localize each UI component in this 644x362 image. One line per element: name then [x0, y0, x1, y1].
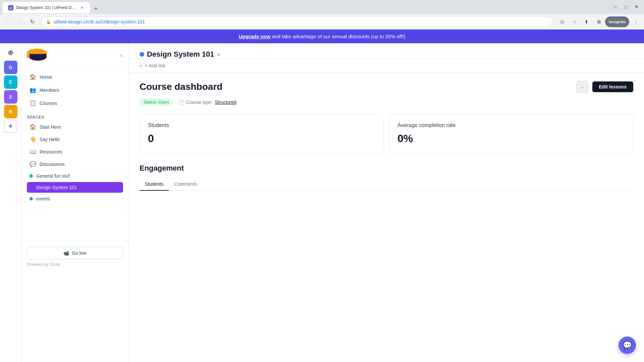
space-item-label: General fun stuf — [36, 173, 70, 179]
rail-item-c[interactable]: C — [4, 75, 17, 89]
space-item-label: Design System 101 — [36, 185, 77, 190]
download-icon[interactable]: ⬇ — [581, 16, 592, 27]
space-item-events[interactable]: events — [27, 193, 123, 204]
students-value: 0 — [148, 132, 375, 145]
minimize-button[interactable]: ─ — [610, 2, 620, 11]
lock-icon: 🔒 — [46, 19, 51, 24]
completion-card: Average completion rate 0% — [389, 114, 633, 153]
courses-icon: 📋 — [30, 100, 36, 106]
students-label: Students — [148, 122, 375, 128]
logo-dark — [30, 54, 46, 61]
rail-item-g[interactable]: G — [4, 61, 17, 74]
sidebar-item-courses[interactable]: 📋 Courses — [24, 97, 126, 110]
sidebar: ∨ 🏠 Home 👥 Members 📋 Courses — [21, 43, 129, 362]
space-item-resources[interactable]: 📖 Resources — [27, 146, 123, 158]
course-type-prefix: Course type: — [186, 100, 213, 105]
space-item-design-system[interactable]: Design System 101 — [27, 182, 123, 193]
course-subheader: + + Add link — [129, 59, 644, 73]
main-content: Design System 101 ∨ + + Add link Course … — [129, 43, 644, 362]
add-link-button[interactable]: + + Add link — [140, 63, 633, 68]
browser-navbar: ← → ↻ 🔒 uifeed-design.circle.so/c/design… — [0, 13, 644, 29]
device-icon[interactable]: 🖥 — [593, 16, 604, 27]
completion-value: 0% — [397, 132, 625, 145]
main-layout: ⊕ G C S B + ∨ — [0, 43, 644, 362]
events-dot — [30, 197, 33, 200]
go-live-button[interactable]: 📹 Go live — [27, 247, 123, 259]
status-row: Status: Open 📄 Course type: Structured — [140, 98, 633, 106]
url-text: uifeed-design.circle.so/c/design-system-… — [54, 19, 548, 24]
forward-button[interactable]: → — [15, 16, 25, 27]
close-button[interactable]: ✕ — [632, 2, 641, 11]
bookmark-icon[interactable]: ☆ — [569, 16, 580, 27]
general-dot — [30, 174, 33, 178]
rail-item-s[interactable]: S — [4, 90, 17, 104]
space-item-say-hello[interactable]: 👋 Say Hello — [27, 133, 123, 145]
completion-label: Average completion rate — [397, 122, 625, 128]
course-chevron-icon[interactable]: ∨ — [217, 52, 220, 57]
banner-text: and take advantage of our annual discoun… — [272, 34, 406, 39]
sidebar-nav: 🏠 Home 👥 Members 📋 Courses — [21, 68, 128, 112]
nav-actions: ⊙ ☆ ⬇ 🖥 Incognito ⋮ — [557, 16, 641, 27]
more-options-button[interactable]: ··· — [576, 81, 588, 93]
upgrade-link[interactable]: Upgrade now — [239, 34, 271, 39]
address-bar[interactable]: 🔒 uifeed-design.circle.so/c/design-syste… — [42, 16, 553, 27]
globe-icon[interactable]: ⊕ — [4, 46, 17, 59]
rail-item-b[interactable]: B — [4, 105, 17, 118]
sidebar-item-label: Members — [40, 87, 59, 93]
menu-icon[interactable]: ⋮ — [631, 16, 641, 27]
new-tab-button[interactable]: + — [91, 4, 101, 13]
members-icon: 👥 — [30, 87, 36, 93]
status-badge: Status: Open — [140, 98, 173, 106]
spaces-label: Spaces — [27, 115, 123, 120]
dashboard-top: Course dashboard ··· Edit lessons — [140, 81, 633, 93]
start-here-icon: 🏠 — [30, 124, 36, 130]
discussions-icon: 💬 — [30, 161, 36, 167]
course-type-info: 📄 Course type: Structured — [178, 100, 236, 105]
sidebar-chevron-icon[interactable]: ∨ — [120, 53, 123, 58]
sidebar-item-members[interactable]: 👥 Members — [24, 83, 126, 97]
add-link-label: + Add link — [145, 63, 165, 68]
icon-rail: ⊕ G C S B + — [0, 43, 21, 362]
window-controls: ─ □ ✕ — [610, 2, 641, 11]
logo-shape — [27, 49, 54, 62]
browser-tabs: ● Design System 101 | UIFeed Des... ✕ + — [3, 0, 101, 13]
cast-icon[interactable]: ⊙ — [557, 16, 568, 27]
refresh-button[interactable]: ↻ — [27, 16, 38, 27]
space-item-label: Resources — [40, 149, 62, 155]
sidebar-item-home[interactable]: 🏠 Home — [24, 70, 126, 83]
space-item-start-here[interactable]: 🏠 Start Here — [27, 121, 123, 133]
space-item-general[interactable]: General fun stuf — [27, 171, 123, 181]
add-icon: + — [140, 63, 142, 68]
spaces-section: Spaces 🏠 Start Here 👋 Say Hello 📖 Resour… — [21, 112, 128, 207]
chat-icon: 💬 — [623, 341, 632, 350]
add-space-button[interactable]: + — [4, 120, 17, 133]
back-button[interactable]: ← — [3, 16, 13, 27]
dashboard-actions: ··· Edit lessons — [576, 81, 633, 93]
dashboard-title: Course dashboard — [140, 81, 222, 92]
course-type-icon: 📄 — [178, 100, 184, 105]
browser-titlebar: ● Design System 101 | UIFeed Des... ✕ + … — [0, 0, 644, 13]
edit-lessons-button[interactable]: Edit lessons — [592, 81, 633, 92]
tab-close-icon[interactable]: ✕ — [79, 5, 85, 10]
video-icon: 📹 — [63, 250, 69, 256]
dashboard-area: Course dashboard ··· Edit lessons Status… — [129, 73, 644, 207]
engagement-title: Engagement — [140, 164, 633, 173]
maximize-button[interactable]: □ — [621, 2, 631, 11]
profile-button[interactable]: Incognito — [605, 16, 629, 27]
home-icon: 🏠 — [30, 74, 36, 80]
space-item-label: Say Hello — [40, 137, 60, 142]
tab-comments[interactable]: Comments — [169, 178, 202, 191]
course-type-link[interactable]: Structured — [215, 100, 236, 105]
space-item-label: events — [36, 196, 50, 201]
space-item-discussions[interactable]: 💬 Discussions — [27, 158, 123, 170]
powered-by-text: Powered by Circle — [27, 262, 123, 267]
stats-row: Students 0 Average completion rate 0% — [140, 114, 633, 153]
space-item-label: Start Here — [40, 124, 61, 130]
tab-students[interactable]: Students — [140, 178, 169, 191]
resources-icon: 📖 — [30, 148, 36, 155]
sidebar-logo — [27, 49, 54, 62]
say-hello-icon: 👋 — [30, 136, 36, 142]
chat-fab-button[interactable]: 💬 — [619, 337, 636, 354]
top-banner: Upgrade now and take advantage of our an… — [0, 29, 644, 43]
active-tab[interactable]: ● Design System 101 | UIFeed Des... ✕ — [3, 2, 90, 13]
